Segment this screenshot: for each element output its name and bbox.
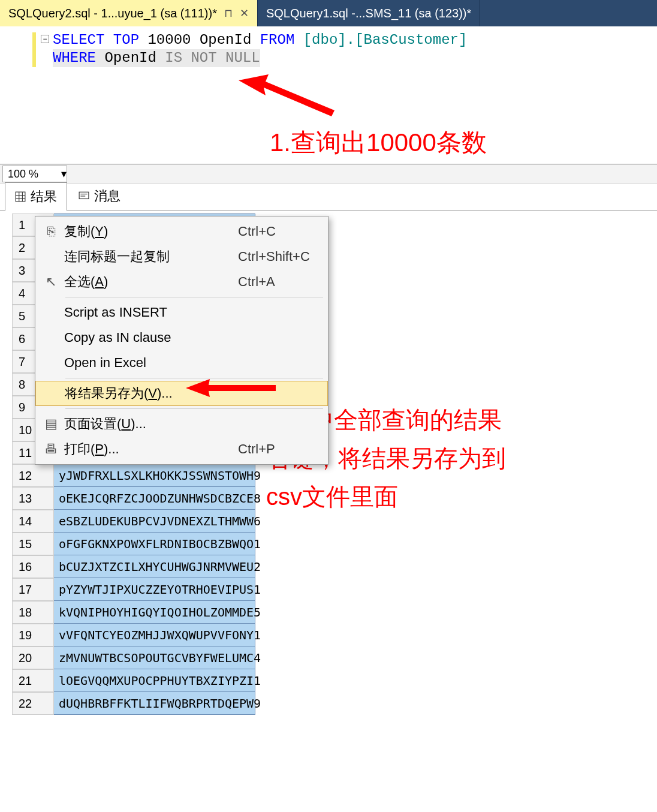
copy-icon: ⎘: [38, 224, 64, 239]
row-number[interactable]: 14: [12, 510, 54, 533]
table-row[interactable]: 17pYZYWTJIPXUCZZEYOTRHOEVIPUS1: [12, 578, 657, 601]
menu-label: 连同标题一起复制: [64, 248, 238, 266]
menu-item-page-setup[interactable]: ▤ 页面设置(U)...: [35, 411, 328, 437]
sql-code-line1: SELECT TOP 10000 OpenId FROM [dbo].[BasC…: [0, 31, 657, 49]
sql-code-line2: WHERE OpenId IS NOT NULL: [53, 49, 260, 67]
menu-item-print[interactable]: 🖶 打印(P)... Ctrl+P: [35, 437, 328, 462]
table-row[interactable]: 22dUQHBRBFFKTLIIFWQBRPRTDQEPW9: [12, 692, 657, 715]
chevron-down-icon: ▾: [61, 167, 67, 181]
close-icon[interactable]: ✕: [240, 7, 249, 20]
row-number[interactable]: 13: [12, 487, 54, 510]
menu-item-copy-headers[interactable]: 连同标题一起复制 Ctrl+Shift+C: [35, 244, 328, 269]
cell-openid[interactable]: kVQNIPHOYHIGQYIQOIHOLZOMMDE5: [54, 601, 255, 624]
annotation-arrow-2: [186, 376, 276, 400]
row-number[interactable]: 18: [12, 601, 54, 624]
table-row[interactable]: 15oFGFGKNXPOWXFLRDNIBOCBZBWQO1: [12, 533, 657, 555]
zoom-value: 100 %: [8, 168, 38, 181]
page-icon: ▤: [38, 416, 64, 432]
svg-rect-1: [16, 192, 25, 202]
row-number[interactable]: 15: [12, 533, 54, 555]
cell-openid[interactable]: oEKEJCQRFZCJOODZUNHWSDCBZCE8: [54, 487, 255, 510]
document-tab-bar: SQLQuery2.sql - 1...uyue_1 (sa (111))* ⊓…: [0, 0, 657, 26]
cell-openid[interactable]: yJWDFRXLLSXLKHOKKJSSWNSTOWH9: [54, 464, 255, 487]
tab-results-label: 结果: [31, 188, 57, 206]
menu-item-open-excel[interactable]: Open in Excel: [35, 350, 328, 375]
sql-editor[interactable]: − SELECT TOP 10000 OpenId FROM [dbo].[Ba…: [0, 26, 657, 164]
message-icon: [79, 191, 89, 202]
table-row[interactable]: 19vVFQNTCYEOZMHJJWXQWUPVVFONY1: [12, 624, 657, 646]
menu-label: Open in Excel: [64, 355, 238, 371]
sql-table: [dbo].[BasCustomer]: [303, 32, 468, 48]
menu-item-copy[interactable]: ⎘ 复制(Y) Ctrl+C: [35, 219, 328, 244]
keyword-from: FROM: [260, 32, 295, 48]
sql-column: OpenId: [104, 50, 156, 66]
menu-label: Script as INSERT: [64, 305, 238, 320]
keyword-where: WHERE: [53, 50, 96, 66]
row-number[interactable]: 16: [12, 555, 54, 578]
zoom-dropdown[interactable]: 100 % ▾: [2, 166, 67, 182]
pin-icon[interactable]: ⊓: [224, 7, 233, 20]
tab-label: SQLQuery1.sql -...SMS_11 (sa (123))*: [266, 7, 471, 20]
table-row[interactable]: 21lOEGVQQMXUPOCPPHUYTBXZIYPZI1: [12, 669, 657, 692]
tab-messages[interactable]: 消息: [68, 182, 131, 210]
menu-shortcut: Ctrl+P: [238, 441, 328, 457]
menu-item-save-results-as[interactable]: 将结果另存为(V)...: [35, 381, 328, 406]
cell-openid[interactable]: lOEGVQQMXUPOCPPHUYTBXZIYPZI1: [54, 669, 255, 692]
menu-separator: [65, 297, 323, 297]
menu-label: 复制(Y): [64, 222, 238, 240]
svg-marker-9: [186, 379, 276, 397]
cursor-icon: ↖: [38, 274, 64, 290]
menu-item-copy-in[interactable]: Copy as IN clause: [35, 325, 328, 350]
row-number[interactable]: 21: [12, 669, 54, 692]
change-indicator: [32, 32, 36, 67]
fold-minus-icon[interactable]: −: [41, 35, 49, 43]
editor-tab-active[interactable]: SQLQuery2.sql - 1...uyue_1 (sa (111))* ⊓…: [0, 0, 258, 26]
menu-item-script-insert[interactable]: Script as INSERT: [35, 300, 328, 325]
menu-separator: [65, 408, 323, 409]
cell-openid[interactable]: eSBZLUDEKUBPCVJVDNEXZLTHMWW6: [54, 510, 255, 533]
keyword-isnotnull: IS NOT NULL: [165, 50, 260, 66]
menu-label: 打印(P)...: [64, 440, 238, 458]
menu-item-select-all[interactable]: ↖ 全选(A) Ctrl+A: [35, 269, 328, 294]
annotation-arrow-1: [239, 74, 340, 128]
menu-label: 全选(A): [64, 273, 238, 291]
row-number[interactable]: 12: [12, 464, 54, 487]
tab-messages-label: 消息: [94, 187, 120, 205]
grid-icon: [15, 191, 26, 202]
keyword-select: SELECT: [53, 32, 104, 48]
cell-openid[interactable]: zMVNUWTBCSOPOUTGCVBYFWELUMC4: [54, 646, 255, 669]
table-row[interactable]: 18kVQNIPHOYHIGQYIQOIHOLZOMMDE5: [12, 601, 657, 624]
sql-column: OpenId: [200, 32, 251, 48]
svg-rect-6: [79, 192, 89, 199]
context-menu: ⎘ 复制(Y) Ctrl+C 连同标题一起复制 Ctrl+Shift+C ↖ 全…: [35, 216, 328, 465]
row-number[interactable]: 17: [12, 578, 54, 601]
cell-openid[interactable]: oFGFGKNXPOWXFLRDNIBOCBZBWQO1: [54, 533, 255, 555]
print-icon: 🖶: [38, 441, 64, 457]
svg-marker-0: [239, 74, 334, 116]
row-number[interactable]: 22: [12, 692, 54, 715]
annotation-text-1: 1.查询出10000条数: [270, 126, 487, 160]
menu-shortcut: Ctrl+A: [238, 274, 328, 290]
cell-openid[interactable]: bCUZJXTZCILXHYCUHWGJNRMVWEU2: [54, 555, 255, 578]
keyword-top: TOP: [113, 32, 139, 48]
cell-openid[interactable]: pYZYWTJIPXUCZZEYOTRHOEVIPUS1: [54, 578, 255, 601]
tab-label: SQLQuery2.sql - 1...uyue_1 (sa (111))*: [8, 7, 217, 20]
sql-number: 10000: [147, 32, 191, 48]
menu-label: 页面设置(U)...: [64, 415, 238, 433]
editor-tab-inactive[interactable]: SQLQuery1.sql -...SMS_11 (sa (123))*: [258, 0, 480, 26]
cell-openid[interactable]: vVFQNTCYEOZMHJJWXQWUPVVFONY1: [54, 624, 255, 646]
row-number[interactable]: 20: [12, 646, 54, 669]
table-row[interactable]: 20zMVNUWTBCSOPOUTGCVBYFWELUMC4: [12, 646, 657, 669]
tab-results[interactable]: 结果: [5, 182, 67, 211]
result-tab-bar: 结果 消息: [0, 184, 657, 211]
zoom-bar: 100 % ▾: [0, 164, 657, 184]
menu-shortcut: Ctrl+C: [238, 224, 328, 239]
row-number[interactable]: 19: [12, 624, 54, 646]
table-row[interactable]: 16bCUZJXTZCILXHYCUHWGJNRMVWEU2: [12, 555, 657, 578]
cell-openid[interactable]: dUQHBRBFFKTLIIFWQBRPRTDQEPW9: [54, 692, 255, 715]
menu-shortcut: Ctrl+Shift+C: [238, 249, 328, 264]
menu-label: Copy as IN clause: [64, 330, 238, 345]
